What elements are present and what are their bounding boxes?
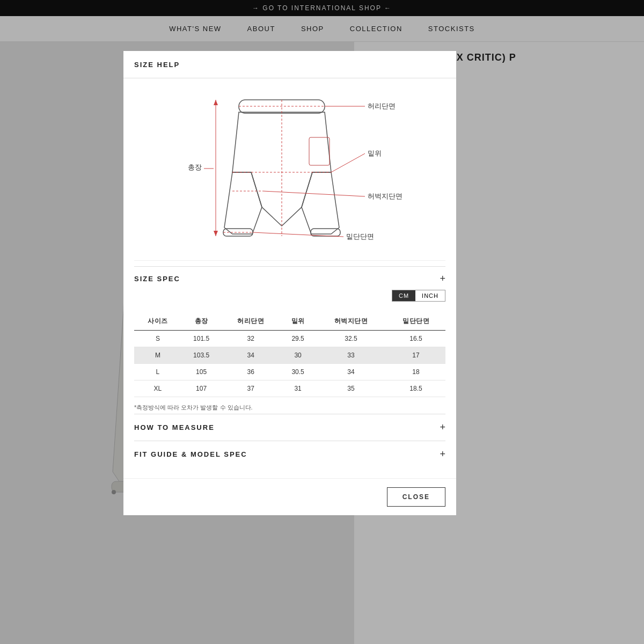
unit-toggle: CM INCH [392, 290, 445, 302]
unit-toggle-row: CM INCH [134, 290, 445, 308]
col-size: 사이즈 [134, 312, 181, 331]
modal-title: SIZE HELP [134, 61, 180, 69]
svg-text:밑위: 밑위 [368, 149, 382, 157]
size-help-modal: SIZE HELP [123, 51, 456, 515]
size-table-head: 사이즈 총장 허리단면 밑위 허벅지단면 밑단단면 [134, 312, 445, 331]
size-table-body: S101.53229.532.516.5M103.534303317L10536… [134, 331, 445, 397]
how-to-measure-title: HOW TO MEASURE [134, 423, 215, 431]
svg-marker-22 [214, 231, 218, 236]
modal-body: 허리단면 밑위 총장 허벅지단면 밑단단면 [123, 78, 456, 478]
svg-line-31 [253, 232, 343, 237]
fit-guide-section: FIT GUIDE & MODEL SPEC + [134, 441, 445, 467]
svg-text:밑단단면: 밑단단면 [346, 232, 374, 240]
how-to-measure-header[interactable]: HOW TO MEASURE + [134, 422, 445, 433]
diagram-area: 허리단면 밑위 총장 허벅지단면 밑단단면 [134, 78, 445, 261]
size-table: 사이즈 총장 허리단면 밑위 허벅지단면 밑단단면 S101.53229.532… [134, 312, 445, 397]
modal-header: SIZE HELP [123, 51, 456, 78]
table-header-row: 사이즈 총장 허리단면 밑위 허벅지단면 밑단단면 [134, 312, 445, 331]
size-spec-section: SIZE SPEC + CM INCH 사이즈 총장 허리단면 밑위 [134, 266, 445, 412]
svg-text:허벅지단면: 허벅지단면 [368, 192, 402, 200]
table-row: L1053630.53418 [134, 364, 445, 380]
svg-text:허리단면: 허리단면 [368, 102, 396, 110]
fit-guide-header[interactable]: FIT GUIDE & MODEL SPEC + [134, 449, 445, 460]
fit-guide-title: FIT GUIDE & MODEL SPEC [134, 450, 247, 458]
how-to-measure-section: HOW TO MEASURE + [134, 414, 445, 441]
col-hip: 밑위 [280, 312, 316, 331]
how-to-measure-toggle[interactable]: + [440, 422, 445, 433]
close-button[interactable]: CLOSE [387, 487, 445, 507]
col-waist: 허리단면 [221, 312, 280, 331]
table-row: S101.53229.532.516.5 [134, 331, 445, 347]
modal-footer: CLOSE [123, 478, 456, 515]
svg-line-29 [263, 191, 365, 196]
size-note: *측정방식에 따라 오차가 발생할 수 있습니다. [134, 404, 445, 412]
svg-rect-14 [309, 137, 330, 165]
svg-text:총장: 총장 [188, 163, 202, 171]
unit-cm-button[interactable]: CM [392, 290, 415, 301]
col-total-length: 총장 [181, 312, 222, 331]
size-spec-title: SIZE SPEC [134, 275, 180, 283]
table-row: XL10737313518.5 [134, 380, 445, 397]
diagram-svg-wrap: 허리단면 밑위 총장 허벅지단면 밑단단면 [134, 84, 445, 255]
size-spec-toggle[interactable]: + [440, 273, 445, 284]
size-spec-header: SIZE SPEC + [134, 266, 445, 290]
unit-inch-button[interactable]: INCH [415, 290, 445, 301]
size-diagram: 허리단면 밑위 총장 허벅지단면 밑단단면 [134, 84, 445, 255]
svg-line-25 [331, 153, 365, 172]
col-thigh: 허벅지단면 [316, 312, 386, 331]
svg-marker-21 [214, 100, 218, 105]
fit-guide-toggle[interactable]: + [440, 449, 445, 460]
table-row: M103.534303317 [134, 347, 445, 364]
col-hem: 밑단단면 [386, 312, 445, 331]
